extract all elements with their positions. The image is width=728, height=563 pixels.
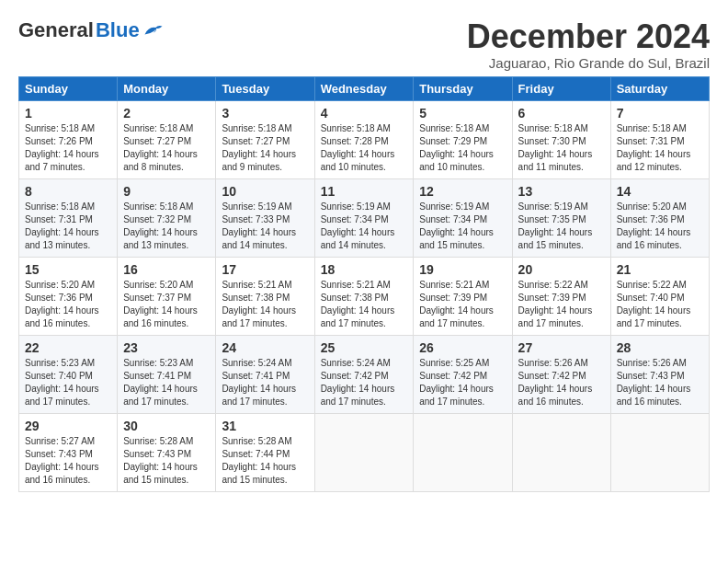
day-content: Sunrise: 5:18 AM Sunset: 7:27 PM Dayligh…	[123, 122, 210, 174]
calendar-cell: 26 Sunrise: 5:25 AM Sunset: 7:42 PM Dayl…	[414, 335, 512, 413]
col-saturday: Saturday	[610, 76, 709, 100]
calendar-cell: 5 Sunrise: 5:18 AM Sunset: 7:29 PM Dayli…	[414, 100, 512, 178]
calendar-cell: 21 Sunrise: 5:22 AM Sunset: 7:40 PM Dayl…	[610, 257, 709, 335]
days-header-row: Sunday Monday Tuesday Wednesday Thursday…	[19, 76, 710, 100]
calendar-cell: 4 Sunrise: 5:18 AM Sunset: 7:28 PM Dayli…	[314, 100, 414, 178]
day-number: 12	[419, 184, 506, 199]
week-row-1: 1 Sunrise: 5:18 AM Sunset: 7:26 PM Dayli…	[19, 100, 710, 178]
logo: GeneralBlue	[18, 18, 164, 42]
col-sunday: Sunday	[19, 76, 118, 100]
col-wednesday: Wednesday	[314, 76, 414, 100]
day-content: Sunrise: 5:18 AM Sunset: 7:30 PM Dayligh…	[518, 122, 605, 174]
day-content: Sunrise: 5:19 AM Sunset: 7:34 PM Dayligh…	[321, 201, 408, 252]
calendar-cell: 9 Sunrise: 5:18 AM Sunset: 7:32 PM Dayli…	[118, 178, 216, 257]
calendar-cell: 17 Sunrise: 5:21 AM Sunset: 7:38 PM Dayl…	[216, 257, 314, 335]
calendar-cell: 15 Sunrise: 5:20 AM Sunset: 7:36 PM Dayl…	[19, 257, 118, 335]
day-number: 18	[321, 262, 408, 277]
calendar-cell: 10 Sunrise: 5:19 AM Sunset: 7:33 PM Dayl…	[216, 178, 314, 257]
calendar-cell	[314, 413, 414, 491]
day-content: Sunrise: 5:18 AM Sunset: 7:29 PM Dayligh…	[419, 122, 506, 174]
col-tuesday: Tuesday	[216, 76, 314, 100]
day-content: Sunrise: 5:18 AM Sunset: 7:26 PM Dayligh…	[25, 122, 111, 174]
day-content: Sunrise: 5:26 AM Sunset: 7:42 PM Dayligh…	[518, 357, 605, 408]
day-content: Sunrise: 5:20 AM Sunset: 7:36 PM Dayligh…	[617, 201, 703, 252]
day-content: Sunrise: 5:21 AM Sunset: 7:38 PM Dayligh…	[321, 279, 408, 330]
day-number: 14	[617, 184, 703, 199]
day-content: Sunrise: 5:19 AM Sunset: 7:35 PM Dayligh…	[518, 201, 605, 252]
day-number: 31	[222, 419, 308, 433]
day-number: 8	[25, 184, 111, 199]
day-number: 16	[123, 262, 210, 277]
calendar-cell	[414, 413, 512, 491]
calendar-cell: 23 Sunrise: 5:23 AM Sunset: 7:41 PM Dayl…	[118, 335, 216, 413]
day-number: 24	[222, 340, 308, 355]
day-number: 13	[518, 184, 605, 199]
calendar-cell: 3 Sunrise: 5:18 AM Sunset: 7:27 PM Dayli…	[216, 100, 314, 178]
day-content: Sunrise: 5:19 AM Sunset: 7:34 PM Dayligh…	[419, 201, 506, 252]
day-number: 5	[419, 106, 506, 121]
calendar-cell: 20 Sunrise: 5:22 AM Sunset: 7:39 PM Dayl…	[512, 257, 610, 335]
day-content: Sunrise: 5:25 AM Sunset: 7:42 PM Dayligh…	[419, 357, 506, 408]
logo-text: GeneralBlue	[18, 18, 164, 42]
calendar-cell: 19 Sunrise: 5:21 AM Sunset: 7:39 PM Dayl…	[414, 257, 512, 335]
calendar-cell: 25 Sunrise: 5:24 AM Sunset: 7:42 PM Dayl…	[314, 335, 414, 413]
day-number: 7	[617, 106, 703, 121]
week-row-5: 29 Sunrise: 5:27 AM Sunset: 7:43 PM Dayl…	[19, 413, 710, 491]
day-number: 17	[222, 262, 308, 277]
day-content: Sunrise: 5:26 AM Sunset: 7:43 PM Dayligh…	[617, 357, 703, 408]
day-number: 15	[25, 262, 111, 277]
week-row-2: 8 Sunrise: 5:18 AM Sunset: 7:31 PM Dayli…	[19, 178, 710, 257]
day-content: Sunrise: 5:28 AM Sunset: 7:44 PM Dayligh…	[222, 435, 308, 487]
title-block: December 2024 Jaguarao, Rio Grande do Su…	[467, 18, 710, 71]
day-content: Sunrise: 5:27 AM Sunset: 7:43 PM Dayligh…	[25, 435, 111, 487]
day-content: Sunrise: 5:24 AM Sunset: 7:41 PM Dayligh…	[222, 357, 308, 408]
col-friday: Friday	[512, 76, 610, 100]
day-number: 23	[123, 340, 210, 355]
calendar-cell: 6 Sunrise: 5:18 AM Sunset: 7:30 PM Dayli…	[512, 100, 610, 178]
calendar-cell: 2 Sunrise: 5:18 AM Sunset: 7:27 PM Dayli…	[118, 100, 216, 178]
week-row-3: 15 Sunrise: 5:20 AM Sunset: 7:36 PM Dayl…	[19, 257, 710, 335]
day-number: 10	[222, 184, 308, 199]
day-number: 28	[617, 340, 703, 355]
col-monday: Monday	[118, 76, 216, 100]
day-number: 20	[518, 262, 605, 277]
day-content: Sunrise: 5:20 AM Sunset: 7:37 PM Dayligh…	[123, 279, 210, 330]
day-number: 19	[419, 262, 506, 277]
day-number: 3	[222, 106, 308, 121]
day-content: Sunrise: 5:21 AM Sunset: 7:39 PM Dayligh…	[419, 279, 506, 330]
day-content: Sunrise: 5:23 AM Sunset: 7:40 PM Dayligh…	[25, 357, 111, 408]
calendar-cell: 31 Sunrise: 5:28 AM Sunset: 7:44 PM Dayl…	[216, 413, 314, 491]
day-content: Sunrise: 5:28 AM Sunset: 7:43 PM Dayligh…	[123, 435, 210, 487]
day-content: Sunrise: 5:24 AM Sunset: 7:42 PM Dayligh…	[321, 357, 408, 408]
calendar-cell: 27 Sunrise: 5:26 AM Sunset: 7:42 PM Dayl…	[512, 335, 610, 413]
calendar-cell: 12 Sunrise: 5:19 AM Sunset: 7:34 PM Dayl…	[414, 178, 512, 257]
day-number: 29	[25, 419, 111, 433]
month-title: December 2024	[467, 18, 710, 55]
col-thursday: Thursday	[414, 76, 512, 100]
day-number: 4	[321, 106, 408, 121]
calendar-cell: 8 Sunrise: 5:18 AM Sunset: 7:31 PM Dayli…	[19, 178, 118, 257]
calendar-cell: 29 Sunrise: 5:27 AM Sunset: 7:43 PM Dayl…	[19, 413, 118, 491]
day-number: 21	[617, 262, 703, 277]
day-number: 9	[123, 184, 210, 199]
calendar-cell: 1 Sunrise: 5:18 AM Sunset: 7:26 PM Dayli…	[19, 100, 118, 178]
calendar-table: Sunday Monday Tuesday Wednesday Thursday…	[18, 76, 710, 492]
day-number: 30	[123, 419, 210, 433]
day-number: 1	[25, 106, 111, 121]
calendar-cell: 14 Sunrise: 5:20 AM Sunset: 7:36 PM Dayl…	[610, 178, 709, 257]
week-row-4: 22 Sunrise: 5:23 AM Sunset: 7:40 PM Dayl…	[19, 335, 710, 413]
calendar-cell: 18 Sunrise: 5:21 AM Sunset: 7:38 PM Dayl…	[314, 257, 414, 335]
day-content: Sunrise: 5:21 AM Sunset: 7:38 PM Dayligh…	[222, 279, 308, 330]
calendar-cell: 22 Sunrise: 5:23 AM Sunset: 7:40 PM Dayl…	[19, 335, 118, 413]
calendar-cell: 13 Sunrise: 5:19 AM Sunset: 7:35 PM Dayl…	[512, 178, 610, 257]
location: Jaguarao, Rio Grande do Sul, Brazil	[467, 55, 710, 71]
calendar-cell	[610, 413, 709, 491]
calendar-cell	[512, 413, 610, 491]
calendar-cell: 16 Sunrise: 5:20 AM Sunset: 7:37 PM Dayl…	[118, 257, 216, 335]
day-content: Sunrise: 5:23 AM Sunset: 7:41 PM Dayligh…	[123, 357, 210, 408]
calendar-cell: 7 Sunrise: 5:18 AM Sunset: 7:31 PM Dayli…	[610, 100, 709, 178]
day-content: Sunrise: 5:19 AM Sunset: 7:33 PM Dayligh…	[222, 201, 308, 252]
day-content: Sunrise: 5:22 AM Sunset: 7:40 PM Dayligh…	[617, 279, 703, 330]
day-number: 26	[419, 340, 506, 355]
logo-blue: Blue	[96, 18, 140, 42]
